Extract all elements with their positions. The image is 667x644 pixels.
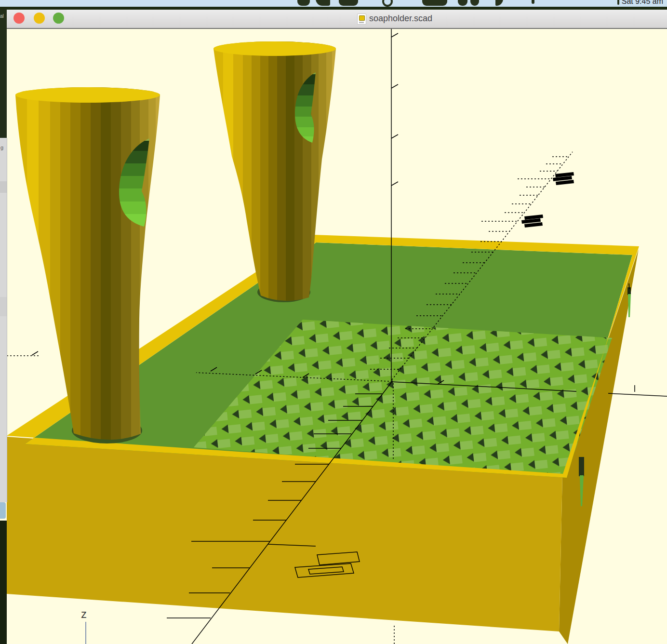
background-window-dark-area (0, 521, 7, 644)
background-window-edge (0, 7, 667, 10)
window-title: soapholder.scad (369, 13, 432, 24)
desktop: Sat 9:45 am al g soapholder.scad (0, 0, 667, 644)
background-window-gray-area: g (0, 138, 7, 502)
status-icon[interactable] (382, 0, 393, 7)
menu-bar-clock[interactable]: Sat 9:45 am (622, 0, 663, 6)
close-button[interactable] (13, 13, 25, 24)
axis-scale-label (521, 172, 574, 228)
window-title-bar[interactable]: soapholder.scad (7, 10, 667, 29)
status-icon[interactable] (458, 0, 467, 6)
scad-label-glyph (359, 22, 364, 23)
background-ui-blue-button (0, 502, 6, 519)
background-window-strip: al g (0, 10, 7, 644)
menu-bar: Sat 9:45 am (0, 0, 667, 7)
status-icon[interactable] (617, 0, 619, 5)
scad-cube-glyph (359, 15, 365, 21)
zoom-button[interactable] (53, 13, 64, 24)
status-icon[interactable] (422, 0, 447, 6)
status-icon[interactable] (297, 0, 310, 6)
status-icon[interactable] (495, 0, 503, 6)
pillar-left (15, 87, 160, 440)
background-text-fragment: g (0, 145, 3, 150)
background-text-fragment: al (0, 13, 7, 19)
gizmo-z-label: z (81, 607, 87, 620)
scad-document-icon (357, 13, 366, 25)
orientation-gizmo: z (81, 607, 87, 644)
pillar-top-face (15, 87, 160, 103)
3d-viewport[interactable]: z (7, 28, 667, 644)
background-ui-block (0, 297, 7, 316)
pillar-top-face (213, 41, 336, 56)
status-icon[interactable] (470, 0, 479, 6)
status-icon[interactable] (339, 0, 358, 6)
status-icon[interactable] (532, 0, 534, 4)
background-window-dark-area: al (0, 10, 7, 138)
status-icon[interactable] (316, 0, 330, 6)
minimize-button[interactable] (34, 13, 45, 24)
background-ui-block (0, 181, 7, 193)
